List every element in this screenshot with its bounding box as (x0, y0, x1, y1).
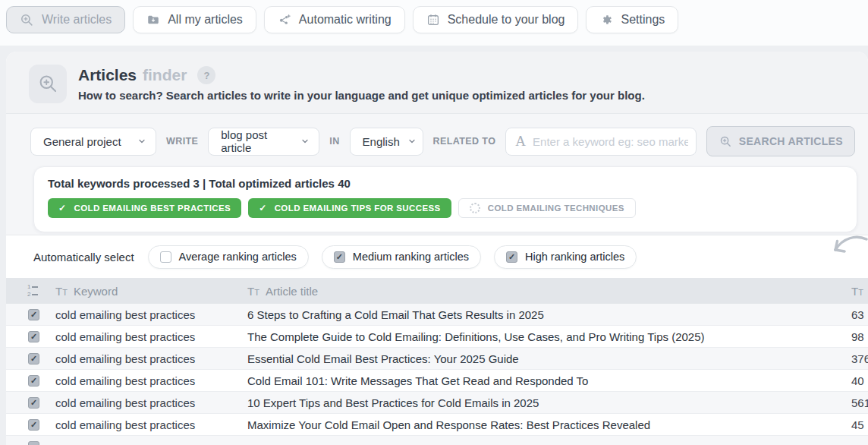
tab-all-my-articles[interactable]: All my articles (133, 6, 256, 33)
zoom-in-icon (719, 135, 732, 148)
auto-nodes-icon (278, 13, 291, 27)
row-article-title: The Complete Guide to Cold Emailing: Def… (247, 330, 845, 343)
table-row[interactable]: ✓ cold emailing best practices Cold Emai… (6, 370, 868, 392)
row-keyword: cold emailing best practices (49, 396, 247, 409)
chevron-down-icon (407, 137, 417, 146)
project-select[interactable]: General project (30, 128, 156, 156)
auto-select-label: Automatically select (33, 251, 134, 264)
search-articles-label: SEARCH ARTICLES (739, 135, 843, 147)
optimized-articles-count: 40 (338, 177, 351, 190)
table-row-partial[interactable] (6, 436, 868, 445)
chevron-down-icon (137, 137, 146, 146)
text-sort-icon[interactable]: TT (851, 285, 863, 298)
keyword-chip-processing[interactable]: COLD EMAILING TECHNIQUES (458, 198, 636, 218)
page-subtitle: How to search? Search articles to write … (78, 89, 645, 102)
page-title: Articles (78, 66, 137, 84)
row-checkbox[interactable]: ✓ (28, 419, 39, 431)
tab-write-articles[interactable]: Write articles (6, 6, 125, 33)
language-select[interactable]: English (350, 128, 423, 156)
table-row[interactable]: ✓ cold emailing best practices 6 Steps t… (6, 304, 868, 326)
checkbox-icon[interactable]: ✓ (506, 251, 517, 263)
column-header-keyword[interactable]: Keyword (74, 285, 118, 298)
filter-average-ranking[interactable]: Average ranking articles (148, 245, 309, 269)
language-select-value: English (363, 135, 400, 148)
column-header-article-title[interactable]: Article title (266, 285, 318, 298)
help-icon[interactable]: ? (197, 66, 215, 84)
row-score: 63 (845, 308, 868, 321)
tab-label: Write articles (42, 13, 112, 27)
check-icon: ✓ (58, 203, 66, 213)
row-checkbox[interactable]: ✓ (28, 353, 39, 365)
search-form-section: General project WRITE blog post article … (6, 114, 868, 235)
gear-icon (599, 13, 613, 27)
row-keyword: cold emailing best practices (49, 308, 247, 321)
row-keyword: cold emailing best practices (49, 330, 247, 343)
totals-summary: Total keywords processed 3 | Total optim… (48, 177, 843, 190)
tab-label: Schedule to your blog (448, 13, 565, 27)
tab-automatic-writing[interactable]: Automatic writing (264, 6, 405, 33)
keyword-chip-completed[interactable]: ✓ COLD EMAILING TIPS FOR SUCCESS (248, 198, 451, 218)
row-score: 561 (845, 396, 868, 409)
folder-download-icon (146, 13, 160, 27)
table-row[interactable]: ✓ cold emailing best practices The Compl… (6, 326, 868, 348)
table-row[interactable]: ✓ cold emailing best practices Essential… (6, 348, 868, 370)
articles-finder-panel: Articles finder ? How to search? Search … (6, 52, 868, 445)
row-score: 98 (845, 330, 868, 343)
calendar-icon (426, 13, 440, 27)
row-article-title: Cold Email 101: Write Messages That Get … (247, 374, 845, 387)
row-checkbox[interactable]: ✓ (28, 309, 39, 320)
text-sort-icon[interactable]: TT (247, 285, 259, 298)
panel-header: Articles finder ? How to search? Search … (6, 52, 868, 114)
keyword-chip-completed[interactable]: ✓ COLD EMAILING BEST PRACTICES (48, 198, 241, 218)
row-keyword: cold emailing best practices (49, 418, 247, 431)
filter-label: Average ranking articles (179, 251, 297, 263)
tab-settings[interactable]: Settings (586, 6, 678, 33)
keyword-chip-label: COLD EMAILING BEST PRACTICES (74, 204, 231, 213)
filter-label: Medium ranking articles (353, 251, 469, 263)
article-type-select[interactable]: blog post article (208, 128, 319, 156)
row-checkbox[interactable] (28, 441, 39, 445)
checkbox-icon[interactable] (160, 251, 171, 263)
row-article-title: 6 Steps to Crafting a Cold Email That Ge… (247, 308, 845, 321)
search-articles-button[interactable]: SEARCH ARTICLES (706, 126, 855, 156)
auto-select-filters: Automatically select Average ranking art… (6, 235, 868, 278)
filter-high-ranking[interactable]: ✓ High ranking articles (494, 245, 637, 269)
spinner-icon (470, 203, 480, 213)
keyword-chip-label: COLD EMAILING TECHNIQUES (488, 204, 624, 213)
related-to-label: RELATED TO (432, 136, 498, 147)
tab-schedule-to-blog[interactable]: Schedule to your blog (413, 6, 579, 33)
zoom-in-icon (29, 65, 67, 103)
row-keyword: cold emailing best practices (49, 374, 247, 387)
article-type-select-value: blog post article (221, 128, 293, 154)
chevron-down-icon (300, 137, 310, 146)
row-keyword: cold emailing best practices (49, 352, 247, 365)
sort-order-icon[interactable]: 1 2 (27, 284, 38, 298)
tab-label: Settings (621, 13, 665, 27)
table-row[interactable]: ✓ cold emailing best practices 10 Expert… (6, 392, 868, 414)
filter-medium-ranking[interactable]: ✓ Medium ranking articles (322, 245, 481, 269)
row-score: 376 (845, 352, 868, 365)
row-article-title: Essential Cold Email Best Practices: You… (247, 352, 845, 365)
row-checkbox[interactable]: ✓ (28, 375, 39, 387)
filter-label: High ranking articles (525, 251, 624, 263)
text-sort-icon[interactable]: TT (55, 285, 68, 298)
keyword-input[interactable] (533, 135, 688, 148)
keyword-input-wrap: A (505, 128, 697, 156)
row-score: 45 (845, 418, 868, 431)
project-select-value: General project (43, 135, 121, 148)
row-checkbox[interactable]: ✓ (28, 397, 39, 409)
keywords-progress-box: Total keywords processed 3 | Total optim… (33, 166, 857, 232)
write-label: WRITE (165, 136, 200, 147)
table-row[interactable]: ✓ cold emailing best practices Maximize … (6, 414, 868, 436)
tab-label: Automatic writing (299, 13, 392, 27)
keyword-chip-label: COLD EMAILING TIPS FOR SUCCESS (275, 204, 441, 213)
check-icon: ✓ (259, 203, 266, 213)
checkbox-icon[interactable]: ✓ (334, 251, 345, 263)
row-article-title: Maximize Your Cold Email Open and Respon… (247, 418, 845, 431)
in-label: IN (328, 136, 341, 147)
tab-label: All my articles (168, 13, 243, 27)
results-table-header: 1 2 TT Keyword TT Article title TT (6, 278, 868, 304)
keywords-processed-count: 3 (193, 177, 199, 190)
row-checkbox[interactable]: ✓ (28, 331, 39, 342)
hand-drawn-arrow-icon (830, 234, 868, 263)
